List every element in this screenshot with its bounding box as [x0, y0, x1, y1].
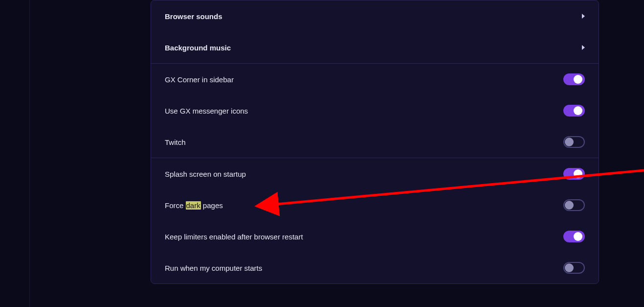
label-run-on-startup: Run when my computer starts	[165, 264, 262, 272]
label-browser-sounds: Browser sounds	[165, 12, 222, 21]
toggle-knob	[574, 106, 582, 115]
toggle-keep-limiters[interactable]	[563, 231, 585, 242]
left-nav-divider	[29, 0, 30, 307]
label-background-music: Background music	[165, 44, 231, 52]
section-expandable: Browser sounds Background music	[151, 0, 599, 64]
row-run-on-startup: Run when my computer starts	[151, 252, 599, 283]
toggle-gx-messenger-icons[interactable]	[563, 105, 585, 117]
text-pre: Force	[165, 201, 186, 210]
row-gx-messenger-icons: Use GX messenger icons	[151, 95, 599, 126]
chevron-right-icon	[582, 45, 585, 50]
toggle-knob	[574, 232, 582, 241]
row-force-dark-pages: Force dark pages	[151, 189, 599, 221]
toggle-knob	[574, 75, 582, 84]
toggle-twitch[interactable]	[563, 136, 585, 148]
row-splash-screen: Splash screen on startup	[151, 158, 599, 189]
settings-panel: Browser sounds Background music GX Corne…	[151, 0, 599, 284]
label-force-dark-pages: Force dark pages	[165, 201, 223, 210]
toggle-knob	[565, 263, 574, 272]
row-keep-limiters: Keep limiters enabled after browser rest…	[151, 221, 599, 252]
label-gx-messenger-icons: Use GX messenger icons	[165, 107, 248, 115]
toggle-knob	[574, 169, 582, 178]
toggle-gx-corner[interactable]	[563, 73, 585, 85]
row-browser-sounds[interactable]: Browser sounds	[151, 0, 599, 32]
search-highlight: dark	[186, 201, 201, 210]
toggle-knob	[565, 138, 574, 146]
toggle-knob	[565, 201, 574, 210]
row-twitch: Twitch	[151, 126, 599, 158]
text-post: pages	[201, 201, 223, 210]
toggle-splash-screen[interactable]	[563, 168, 585, 180]
section-startup: Splash screen on startup Force dark page…	[151, 158, 599, 283]
chevron-right-icon	[582, 14, 585, 19]
row-gx-corner: GX Corner in sidebar	[151, 64, 599, 95]
section-gx: GX Corner in sidebar Use GX messenger ic…	[151, 64, 599, 158]
label-gx-corner: GX Corner in sidebar	[165, 75, 234, 84]
toggle-force-dark-pages[interactable]	[563, 199, 585, 211]
label-splash-screen: Splash screen on startup	[165, 170, 246, 178]
label-twitch: Twitch	[165, 138, 186, 146]
toggle-run-on-startup[interactable]	[563, 262, 585, 274]
label-keep-limiters: Keep limiters enabled after browser rest…	[165, 233, 303, 241]
row-background-music[interactable]: Background music	[151, 32, 599, 63]
